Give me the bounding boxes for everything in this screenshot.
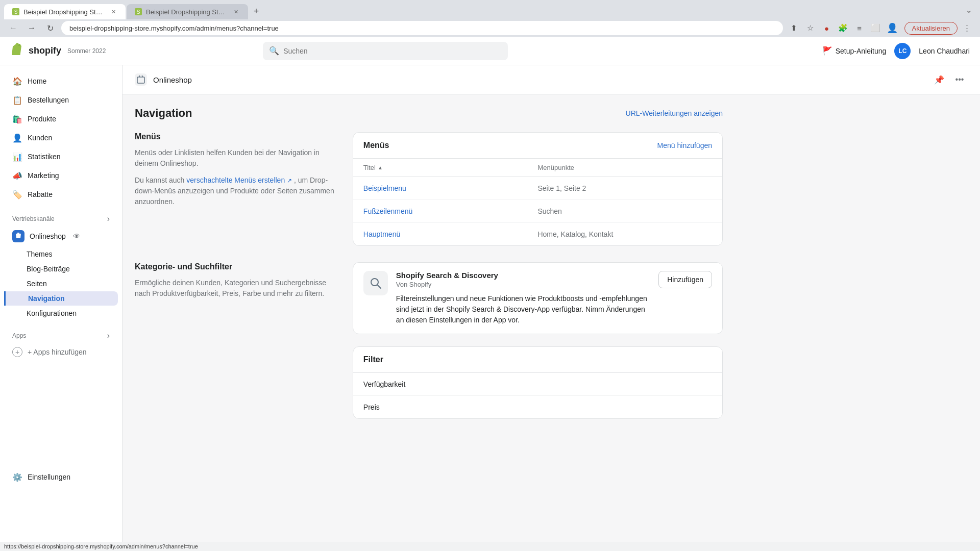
close-inactive-tab[interactable]: ✕ <box>232 8 240 16</box>
sidebar-item-marketing[interactable]: 📣 Marketing <box>4 166 118 185</box>
search-bar[interactable]: 🔍 <box>263 42 508 60</box>
menu-row-2-items: Suchen <box>537 207 712 215</box>
more-button[interactable]: ⋮ <box>960 21 974 35</box>
filter-section: Kategorie- und Suchfilter Ermögliche dei… <box>135 262 723 419</box>
menus-desc-link-block: Du kannst auch verschachtelte Menüs erst… <box>135 175 340 207</box>
app-info: Shopify Search & Discovery Von Shopify F… <box>396 271 650 325</box>
profile-icon[interactable]: 👤 <box>885 21 899 35</box>
brave-icon[interactable]: ● <box>820 21 834 35</box>
main-content: Onlineshop 📌 ••• Navigation URL-Weiterle… <box>122 65 980 551</box>
sidebar-products-label: Produkte <box>28 115 56 123</box>
user-name: Leon Chaudhari <box>919 47 970 55</box>
pages-label: Seiten <box>27 280 47 288</box>
sidebar-marketing-label: Marketing <box>28 171 59 180</box>
sidebar-item-orders[interactable]: 📋 Bestellungen <box>4 91 118 109</box>
sidebar-item-customers[interactable]: 👤 Kunden <box>4 129 118 147</box>
onlineshop-sub-icon <box>135 73 147 86</box>
sidebar-pages[interactable]: Seiten <box>4 277 118 291</box>
window-icon[interactable]: ⬜ <box>869 21 883 35</box>
status-bar: https://beispiel-dropshipping-store.mysh… <box>0 542 980 551</box>
eye-icon[interactable]: 👁 <box>73 232 80 240</box>
address-bar[interactable]: beispiel-dropshipping-store.myshopify.co… <box>61 21 783 35</box>
filter-right: Shopify Search & Discovery Von Shopify F… <box>353 262 723 419</box>
setup-guide-button[interactable]: 🚩 Setup-Anleitung <box>822 46 887 56</box>
menu-row-1-items: Seite 1, Seite 2 <box>537 184 712 192</box>
add-menu-button[interactable]: Menü hinzufügen <box>657 141 712 149</box>
table-row: Beispielmenu Seite 1, Seite 2 <box>353 177 722 200</box>
filter-description: Kategorie- und Suchfilter Ermögliche dei… <box>135 262 340 419</box>
share-icon[interactable]: ⬆ <box>787 21 801 35</box>
inactive-tab[interactable]: S Beispiel Dropshipping Store ✕ <box>127 4 248 19</box>
table-header: Titel ▲ Menüpunkte <box>353 159 722 177</box>
sidebar-onlineshop[interactable]: Onlineshop 👁 <box>4 226 118 246</box>
menu-row-3-title[interactable]: Hauptmenü <box>363 230 538 238</box>
sidebar-blog[interactable]: Blog-Beiträge <box>4 262 118 276</box>
menu-row-1-title[interactable]: Beispielmenu <box>363 184 538 192</box>
sidebar-item-discounts[interactable]: 🏷️ Rabatte <box>4 185 118 204</box>
app-card: Shopify Search & Discovery Von Shopify F… <box>353 262 723 334</box>
filter-section-title: Kategorie- und Suchfilter <box>135 262 340 271</box>
new-tab-button[interactable]: + <box>249 4 263 18</box>
user-avatar[interactable]: LC <box>894 43 911 59</box>
pin-button[interactable]: 📌 <box>931 71 947 88</box>
nested-menus-link[interactable]: verschachtelte Menüs erstellen <box>186 176 285 184</box>
sort-icon: ▲ <box>378 165 383 170</box>
add-circle-icon: + <box>12 347 22 357</box>
bookmark-icon[interactable]: ☆ <box>803 21 818 35</box>
sales-channels-label: Vertriebskanäle <box>12 215 55 222</box>
back-button[interactable]: ← <box>6 21 20 35</box>
table-row: Hauptmenü Home, Katalog, Kontakt <box>353 223 722 245</box>
forward-button[interactable]: → <box>24 21 39 35</box>
home-icon: 🏠 <box>12 76 22 86</box>
add-apps-label: + Apps hinzufügen <box>28 348 87 356</box>
sidebar-navigation[interactable]: Navigation <box>4 291 118 306</box>
sidebar-item-analytics[interactable]: 📊 Statistiken <box>4 147 118 166</box>
menus-section: Menüs Menüs oder Linklisten helfen Kunde… <box>135 132 723 246</box>
reload-button[interactable]: ↻ <box>43 21 57 35</box>
app-desc: Filtereinstellungen und neue Funktionen … <box>396 293 650 325</box>
list-icon[interactable]: ≡ <box>852 21 867 35</box>
close-active-tab[interactable]: ✕ <box>109 8 117 16</box>
filter-row-availability: Verfügbarkeit <box>353 373 722 396</box>
update-button[interactable]: Aktualisieren <box>904 22 958 35</box>
page-content: Navigation URL-Weiterleitungen anzeigen … <box>122 94 735 447</box>
analytics-icon: 📊 <box>12 152 22 162</box>
active-tab[interactable]: S Beispiel Dropshipping Store ·... ✕ <box>4 4 126 19</box>
svg-rect-0 <box>137 77 144 83</box>
search-input[interactable] <box>283 47 502 55</box>
status-url: https://beispiel-dropshipping-store.mysh… <box>4 543 198 549</box>
customers-icon: 👤 <box>12 133 22 143</box>
sidebar-config[interactable]: Konfigurationen <box>4 306 118 320</box>
sub-header: Onlineshop 📌 ••• <box>122 65 980 94</box>
sidebar-home-label: Home <box>28 77 46 85</box>
settings-icon: ⚙️ <box>12 472 22 482</box>
sidebar-item-products[interactable]: 🛍️ Produkte <box>4 110 118 128</box>
tabs-dropdown[interactable]: ⌄ <box>962 3 976 17</box>
apps-expand[interactable]: › <box>107 331 110 340</box>
menus-desc2: Du kannst auch <box>135 176 184 184</box>
header-right: 🚩 Setup-Anleitung LC Leon Chaudhari <box>822 43 970 59</box>
add-app-button[interactable]: Hinzufügen <box>658 271 712 288</box>
flag-icon: 🚩 <box>822 46 832 56</box>
table-row: Fußzeilenmenü Suchen <box>353 200 722 223</box>
setup-guide-label: Setup-Anleitung <box>836 47 887 55</box>
shopify-logo: shopify Sommer 2022 <box>10 42 106 60</box>
active-tab-label: Beispiel Dropshipping Store ·... <box>23 8 105 16</box>
add-apps-button[interactable]: + + Apps hinzufügen <box>4 343 118 361</box>
sales-channels-expand[interactable]: › <box>107 214 110 223</box>
tab-favicon: S <box>12 8 19 15</box>
sidebar-item-home[interactable]: 🏠 Home <box>4 72 118 90</box>
sidebar-customers-label: Kunden <box>28 134 52 142</box>
menu-row-2-title[interactable]: Fußzeilenmenü <box>363 207 538 215</box>
onlineshop-icon <box>12 230 24 242</box>
sidebar-settings[interactable]: ⚙️ Einstellungen <box>4 468 118 486</box>
menus-card-title: Menüs <box>363 141 389 150</box>
more-options-button[interactable]: ••• <box>951 71 968 88</box>
extension-icon[interactable]: 🧩 <box>836 21 850 35</box>
products-icon: 🛍️ <box>12 114 22 124</box>
app-header: shopify Sommer 2022 🔍 🚩 Setup-Anleitung … <box>0 37 980 65</box>
url-redirect-link[interactable]: URL-Weiterleitungen anzeigen <box>626 109 723 117</box>
orders-icon: 📋 <box>12 95 22 105</box>
sidebar-themes[interactable]: Themes <box>4 247 118 261</box>
menus-card: Menüs Menü hinzufügen Titel ▲ Menüpunkte… <box>353 132 723 246</box>
